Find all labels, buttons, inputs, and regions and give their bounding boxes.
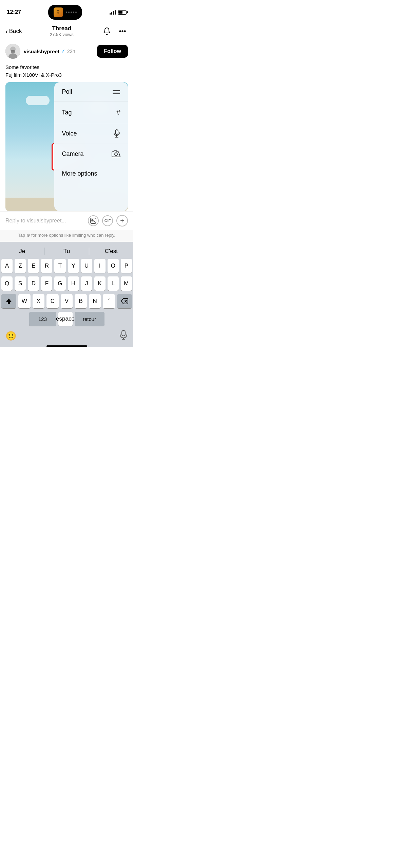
key-u[interactable]: U	[81, 259, 92, 273]
key-s[interactable]: S	[15, 276, 26, 291]
emoji-button[interactable]: 🙂	[5, 331, 16, 341]
poll-label: Poll	[62, 88, 72, 95]
camera-icon	[112, 150, 120, 158]
back-label: Back	[9, 28, 22, 35]
poll-icon	[112, 89, 120, 95]
svg-point-2	[125, 31, 126, 32]
thread-views: 27.5K views	[50, 32, 74, 37]
media-button[interactable]	[88, 215, 99, 226]
verified-icon: ✓	[61, 48, 65, 54]
svg-point-0	[120, 31, 121, 32]
more-options-label: More options	[62, 170, 97, 177]
key-n[interactable]: N	[89, 294, 101, 308]
numbers-key[interactable]: 123	[29, 312, 56, 326]
post-image-area: 🐚 Poll Tag # Voice	[5, 82, 128, 211]
dictation-button[interactable]	[119, 330, 128, 342]
key-c[interactable]: C	[46, 294, 59, 308]
dropdown-menu: Poll Tag # Voice	[54, 82, 128, 211]
gif-icon: GIF	[104, 219, 111, 223]
key-e[interactable]: E	[28, 259, 39, 273]
key-k[interactable]: K	[94, 276, 106, 291]
status-bar: 12:27 🎙	[0, 0, 133, 22]
island-dots	[66, 12, 77, 13]
key-y[interactable]: Y	[68, 259, 79, 273]
key-r[interactable]: R	[41, 259, 52, 273]
bell-icon	[103, 27, 111, 35]
return-key[interactable]: retour	[75, 312, 104, 326]
dropdown-item-voice[interactable]: Voice	[54, 123, 128, 144]
tag-icon: #	[116, 108, 120, 117]
key-l[interactable]: L	[108, 276, 119, 291]
signal-icon	[110, 10, 116, 15]
key-x[interactable]: X	[33, 294, 45, 308]
shift-key[interactable]	[1, 294, 16, 308]
svg-point-1	[122, 31, 123, 32]
keyboard-row-3: W X C V B N ´	[1, 294, 132, 308]
key-w[interactable]: W	[18, 294, 31, 308]
key-b[interactable]: B	[75, 294, 87, 308]
key-o[interactable]: O	[108, 259, 119, 273]
key-h[interactable]: H	[68, 276, 79, 291]
post-header: visualsbypreet ✓ 22h Follow	[0, 41, 133, 62]
username-row: visualsbypreet ✓ 22h	[24, 48, 75, 54]
key-i[interactable]: I	[94, 259, 106, 273]
autocomplete-bar: Je Tu C'est	[0, 245, 133, 259]
autocomplete-je[interactable]: Je	[0, 247, 44, 256]
key-j[interactable]: J	[81, 276, 92, 291]
key-t[interactable]: T	[54, 259, 65, 273]
keyboard-bottom: 🙂	[0, 327, 133, 344]
chevron-left-icon: ‹	[5, 28, 8, 35]
dropdown-item-tag[interactable]: Tag #	[54, 102, 128, 123]
avatar-image	[5, 44, 20, 59]
space-key[interactable]: espace	[58, 312, 73, 326]
key-accent[interactable]: ´	[103, 294, 115, 308]
gif-button[interactable]: GIF	[102, 215, 113, 226]
key-d[interactable]: D	[28, 276, 39, 291]
key-p[interactable]: P	[121, 259, 132, 273]
nav-bar: ‹ Back Thread 27.5K views	[0, 22, 133, 41]
svg-rect-11	[115, 130, 118, 134]
key-z[interactable]: Z	[15, 259, 26, 273]
post-user[interactable]: visualsbypreet ✓ 22h	[5, 44, 75, 59]
follow-button[interactable]: Follow	[97, 45, 128, 58]
voice-label: Voice	[62, 130, 77, 137]
nav-title-area: Thread 27.5K views	[50, 25, 74, 37]
autocomplete-tu[interactable]: Tu	[44, 247, 89, 256]
dropdown-item-camera[interactable]: Camera	[54, 144, 128, 164]
avatar	[5, 44, 20, 59]
autocomplete-cest[interactable]: C'est	[89, 247, 133, 256]
key-a[interactable]: A	[1, 259, 13, 273]
home-indicator	[46, 345, 87, 347]
delete-key[interactable]	[117, 294, 132, 308]
back-button[interactable]: ‹ Back	[5, 28, 22, 35]
hint-message: Tap ⊕ for more options like limiting who…	[18, 233, 115, 238]
svg-point-7	[12, 51, 14, 53]
dynamic-island: 🎙	[48, 5, 82, 20]
plus-icon: +	[120, 217, 124, 224]
key-f[interactable]: F	[41, 276, 52, 291]
add-option-button[interactable]: +	[116, 215, 128, 227]
delete-icon	[121, 298, 128, 304]
more-options-button[interactable]	[117, 26, 128, 37]
dropdown-overlay: Poll Tag # Voice	[5, 82, 128, 211]
microphone-icon	[113, 129, 120, 138]
thread-title: Thread	[50, 25, 74, 32]
keyboard-row-2: Q S D F G H J K L M	[1, 276, 132, 291]
key-g[interactable]: G	[54, 276, 65, 291]
dropdown-item-poll[interactable]: Poll	[54, 82, 128, 102]
reply-actions: GIF +	[88, 215, 128, 227]
post-time: 22h	[67, 49, 75, 54]
username-text: visualsbypreet	[24, 49, 59, 54]
dropdown-item-more[interactable]: More options	[54, 164, 128, 183]
key-q[interactable]: Q	[1, 276, 13, 291]
key-m[interactable]: M	[121, 276, 132, 291]
notification-button[interactable]	[101, 26, 112, 37]
tag-label: Tag	[62, 109, 72, 116]
image-icon	[90, 217, 97, 224]
keyboard-row-4: 123 espace retour	[1, 312, 132, 326]
reply-input[interactable]	[5, 218, 84, 224]
key-v[interactable]: V	[61, 294, 73, 308]
shift-icon	[5, 298, 12, 305]
podcast-icon: 🎙	[54, 7, 63, 17]
reply-bar: GIF +	[0, 211, 133, 230]
